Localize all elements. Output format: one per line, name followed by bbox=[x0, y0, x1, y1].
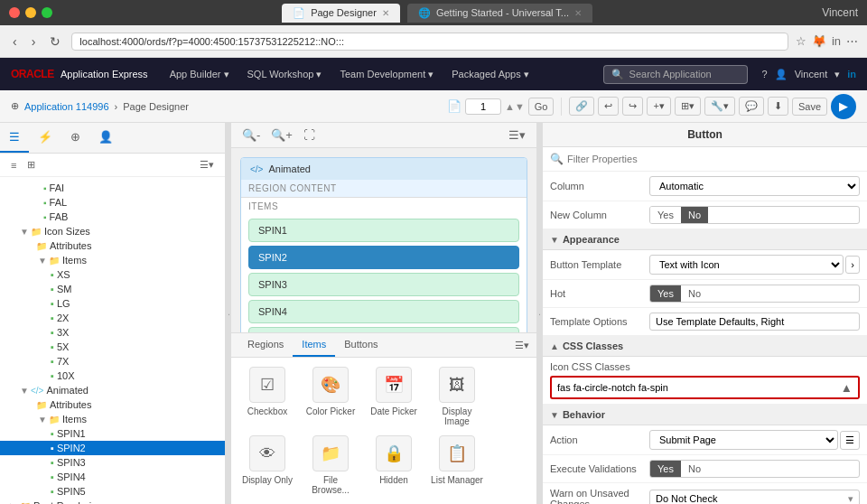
warn-unsaved-select[interactable]: Do Not Check ▾ bbox=[649, 490, 860, 505]
spin-item-3[interactable]: SPIN3 bbox=[248, 273, 519, 296]
zoom-out-button[interactable]: 🔍- bbox=[238, 126, 264, 144]
spin-item-2[interactable]: SPIN2 bbox=[248, 246, 519, 269]
hot-yes[interactable]: Yes bbox=[650, 285, 681, 302]
redo-button[interactable]: ↪ bbox=[622, 97, 643, 116]
section-css-classes[interactable]: ▲ CSS Classes bbox=[543, 336, 867, 357]
icon-css-input[interactable] bbox=[550, 376, 835, 399]
execute-no[interactable]: No bbox=[681, 461, 708, 477]
new-column-no[interactable]: No bbox=[681, 207, 708, 223]
help-icon[interactable]: ? bbox=[762, 69, 768, 79]
maximize-button[interactable] bbox=[42, 7, 52, 18]
nav-sql-workshop[interactable]: SQL Workshop ▾ bbox=[240, 65, 330, 84]
tree-options-button[interactable]: ☰▾ bbox=[196, 157, 218, 173]
tree-item-10x[interactable]: ▪10X bbox=[0, 369, 225, 383]
tree-item-post-rendering[interactable]: ▶ 📁 Post-Rendering bbox=[0, 499, 225, 504]
address-input[interactable] bbox=[71, 33, 788, 51]
close-button[interactable] bbox=[9, 7, 20, 18]
nav-app-builder[interactable]: App Builder ▾ bbox=[163, 65, 237, 84]
reload-button[interactable]: ↻ bbox=[46, 33, 64, 51]
chat-button[interactable]: 💬 bbox=[739, 97, 764, 116]
tab-buttons[interactable]: Buttons bbox=[335, 333, 387, 357]
go-button[interactable]: Go bbox=[528, 98, 555, 116]
nav-team-dev[interactable]: Team Development ▾ bbox=[332, 65, 441, 84]
tree-item-lg[interactable]: ▪LG bbox=[0, 296, 225, 311]
button-display-image[interactable]: 🖼 Display Image bbox=[430, 367, 484, 426]
button-date-picker[interactable]: 📅 Date Picker bbox=[367, 367, 421, 426]
filter-input[interactable] bbox=[567, 154, 860, 164]
more-icon[interactable]: ⋯ bbox=[846, 34, 858, 48]
tab-regions[interactable]: Regions bbox=[238, 333, 293, 357]
left-tab-component[interactable]: ⊕ bbox=[61, 123, 89, 153]
user-chevron-icon[interactable]: ▾ bbox=[834, 69, 840, 80]
tree-item-items[interactable]: ▼ 📁 Items bbox=[0, 253, 225, 267]
search-bar[interactable]: 🔍 Search Application bbox=[603, 65, 748, 84]
indent-view-button[interactable]: ⊞ bbox=[23, 157, 39, 173]
tree-item-attributes2[interactable]: 📁 Attributes bbox=[0, 397, 225, 412]
button-file-browse[interactable]: 📁 File Browse... bbox=[303, 435, 358, 495]
tree-item-xs[interactable]: ▪XS bbox=[0, 267, 225, 282]
tree-item-7x[interactable]: ▪7X bbox=[0, 354, 225, 369]
tab-close-icon[interactable]: ✕ bbox=[382, 8, 389, 18]
button-color-picker[interactable]: 🎨 Color Picker bbox=[303, 367, 358, 426]
spin-item-4[interactable]: SPIN4 bbox=[248, 300, 519, 323]
left-tab-user[interactable]: 👤 bbox=[89, 123, 122, 153]
tree-item-items2[interactable]: ▼ 📁 Items bbox=[0, 412, 225, 426]
action-select[interactable]: Submit Page bbox=[649, 430, 838, 450]
left-tab-lightning[interactable]: ⚡ bbox=[29, 123, 61, 153]
icon-css-collapse-button[interactable]: ▲ bbox=[835, 376, 860, 399]
tree-item-spin3[interactable]: ▪SPIN3 bbox=[0, 455, 225, 470]
tree-item-fab[interactable]: ▪ FAB bbox=[0, 210, 225, 224]
add-button[interactable]: +▾ bbox=[647, 97, 670, 116]
tab-page-designer[interactable]: 📄 Page Designer ✕ bbox=[282, 4, 400, 23]
tab-close-icon2[interactable]: ✕ bbox=[574, 8, 582, 18]
section-behavior[interactable]: ▼ Behavior bbox=[543, 405, 867, 425]
button-template-select[interactable]: Text with Icon bbox=[649, 255, 844, 275]
button-hidden[interactable]: 🔒 Hidden bbox=[367, 435, 421, 495]
tree-item-spin1[interactable]: ▪SPIN1 bbox=[0, 426, 225, 441]
tree-item-3x[interactable]: ▪3X bbox=[0, 325, 225, 340]
execute-yes[interactable]: Yes bbox=[650, 461, 681, 477]
section-appearance[interactable]: ▼ Appearance bbox=[543, 229, 867, 250]
grid-button[interactable]: ⊞▾ bbox=[675, 97, 701, 116]
button-list-manager[interactable]: 📋 List Manager bbox=[430, 435, 484, 495]
tree-item-icon-sizes[interactable]: ▼ 📁 Icon Sizes bbox=[0, 224, 225, 238]
center-options-button[interactable]: ☰▾ bbox=[505, 126, 529, 144]
template-options-select[interactable]: Use Template Defaults, Right bbox=[649, 313, 860, 331]
page-number-input[interactable] bbox=[465, 98, 501, 115]
forward-button[interactable]: › bbox=[28, 33, 40, 51]
undo-button[interactable]: ↩ bbox=[598, 97, 619, 116]
bottom-options-button[interactable]: ☰▾ bbox=[515, 340, 529, 351]
bookmark-icon[interactable]: ☆ bbox=[796, 34, 806, 48]
tree-item-2x[interactable]: ▪2X bbox=[0, 311, 225, 325]
expand-button[interactable]: ⛶ bbox=[300, 126, 319, 144]
hot-no[interactable]: No bbox=[681, 285, 708, 302]
tree-item-fal[interactable]: ▪ FAL bbox=[0, 195, 225, 210]
tools-button[interactable]: 🔧▾ bbox=[704, 97, 735, 116]
button-checkbox[interactable]: ☑ Checkbox bbox=[240, 367, 294, 426]
tree-item-5x[interactable]: ▪5X bbox=[0, 340, 225, 354]
nav-packaged-apps[interactable]: Packaged Apps ▾ bbox=[444, 65, 536, 84]
zoom-in-button[interactable]: 🔍+ bbox=[267, 126, 296, 144]
list-view-button[interactable]: ≡ bbox=[7, 158, 20, 173]
breadcrumb-app[interactable]: Application 114996 bbox=[24, 101, 109, 112]
link-button[interactable]: 🔗 bbox=[569, 97, 594, 116]
tree-item-spin2[interactable]: ▪SPIN2 bbox=[0, 441, 225, 455]
tab-getting-started[interactable]: 🌐 Getting Started - Universal T... ✕ bbox=[407, 4, 592, 23]
tree-item-animated[interactable]: ▼ </> Animated bbox=[0, 383, 225, 397]
tab-items[interactable]: Items bbox=[293, 333, 335, 357]
button-display-only[interactable]: 👁 Display Only bbox=[240, 435, 294, 495]
column-select[interactable]: Automatic bbox=[649, 176, 860, 196]
new-column-yes[interactable]: Yes bbox=[650, 207, 681, 223]
download-button[interactable]: ⬇ bbox=[768, 97, 788, 116]
tree-item-sm[interactable]: ▪SM bbox=[0, 282, 225, 296]
tree-item-attributes[interactable]: 📁 Attributes bbox=[0, 238, 225, 253]
tree-item-spin5[interactable]: ▪SPIN5 bbox=[0, 484, 225, 499]
tree-item-fai[interactable]: ▪ FAI bbox=[0, 181, 225, 195]
spin-item-1[interactable]: SPIN1 bbox=[248, 219, 519, 242]
back-button[interactable]: ‹ bbox=[9, 33, 21, 51]
action-list-button[interactable]: ☰ bbox=[840, 431, 860, 450]
tree-item-spin4[interactable]: ▪SPIN4 bbox=[0, 470, 225, 484]
save-button[interactable]: Save bbox=[792, 98, 827, 116]
minimize-button[interactable] bbox=[25, 7, 36, 18]
left-tab-tree[interactable]: ☰ bbox=[0, 123, 29, 153]
